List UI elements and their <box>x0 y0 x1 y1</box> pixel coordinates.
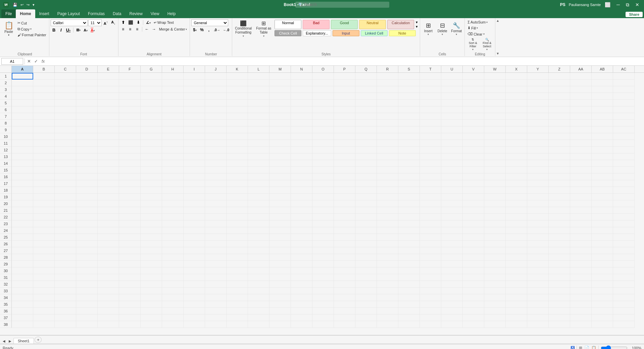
cell-M14[interactable] <box>269 160 291 167</box>
cell-K7[interactable] <box>227 113 248 120</box>
cell-AC34[interactable] <box>613 294 635 301</box>
cell-C7[interactable] <box>55 113 76 120</box>
tab-insert[interactable]: Insert <box>35 9 53 18</box>
cell-K36[interactable] <box>227 308 248 314</box>
cell-O34[interactable] <box>312 294 334 301</box>
row-number-6[interactable]: 6 <box>0 106 12 113</box>
cell-Z2[interactable] <box>549 80 570 86</box>
cell-U13[interactable] <box>441 153 463 160</box>
cell-U26[interactable] <box>441 241 463 247</box>
cell-I16[interactable] <box>184 173 205 180</box>
cell-C32[interactable] <box>55 281 76 288</box>
cell-C31[interactable] <box>55 274 76 281</box>
cell-O1[interactable] <box>312 73 334 80</box>
cell-B15[interactable] <box>33 167 55 173</box>
cell-B14[interactable] <box>33 160 55 167</box>
cell-Y32[interactable] <box>527 281 549 288</box>
cell-D33[interactable] <box>76 288 98 294</box>
cell-R1[interactable] <box>377 73 398 80</box>
cell-F19[interactable] <box>119 194 141 200</box>
cell-E28[interactable] <box>98 254 119 261</box>
cell-W16[interactable] <box>484 173 506 180</box>
cell-I10[interactable] <box>184 133 205 140</box>
cell-AB23[interactable] <box>592 220 613 227</box>
cell-I19[interactable] <box>184 194 205 200</box>
cell-AB7[interactable] <box>592 113 613 120</box>
cell-S21[interactable] <box>398 207 420 214</box>
cell-F25[interactable] <box>119 234 141 241</box>
cell-F4[interactable] <box>119 93 141 100</box>
cell-O28[interactable] <box>312 254 334 261</box>
tab-home[interactable]: Home <box>16 9 35 18</box>
cell-A25[interactable] <box>12 234 33 241</box>
cell-K37[interactable] <box>227 314 248 321</box>
cell-M30[interactable] <box>269 267 291 274</box>
cell-W13[interactable] <box>484 153 506 160</box>
cell-AB32[interactable] <box>592 281 613 288</box>
style-input[interactable]: Input <box>333 30 359 36</box>
cell-H17[interactable] <box>162 180 184 187</box>
fill-color-button[interactable]: A▾ <box>82 27 89 33</box>
cell-F27[interactable] <box>119 247 141 254</box>
cell-A32[interactable] <box>12 281 33 288</box>
cell-E13[interactable] <box>98 153 119 160</box>
cell-AB22[interactable] <box>592 214 613 220</box>
cell-I20[interactable] <box>184 200 205 207</box>
cell-E27[interactable] <box>98 247 119 254</box>
cell-W20[interactable] <box>484 200 506 207</box>
cell-M21[interactable] <box>269 207 291 214</box>
cell-V28[interactable] <box>463 254 484 261</box>
cell-AC21[interactable] <box>613 207 635 214</box>
cell-E12[interactable] <box>98 147 119 153</box>
cell-R3[interactable] <box>377 86 398 93</box>
cell-P20[interactable] <box>334 200 355 207</box>
cell-O29[interactable] <box>312 261 334 267</box>
cell-P16[interactable] <box>334 173 355 180</box>
cell-Q25[interactable] <box>355 234 377 241</box>
cell-U31[interactable] <box>441 274 463 281</box>
cell-R22[interactable] <box>377 214 398 220</box>
cell-C1[interactable] <box>55 73 76 80</box>
cell-E5[interactable] <box>98 100 119 106</box>
cell-U1[interactable] <box>441 73 463 80</box>
cell-U11[interactable] <box>441 140 463 147</box>
cell-T21[interactable] <box>420 207 441 214</box>
cell-L22[interactable] <box>248 214 269 220</box>
cell-K19[interactable] <box>227 194 248 200</box>
cell-X30[interactable] <box>506 267 527 274</box>
cell-R5[interactable] <box>377 100 398 106</box>
cell-S16[interactable] <box>398 173 420 180</box>
cell-F23[interactable] <box>119 220 141 227</box>
cell-O7[interactable] <box>312 113 334 120</box>
cell-G17[interactable] <box>141 180 162 187</box>
cell-V14[interactable] <box>463 160 484 167</box>
cell-V2[interactable] <box>463 80 484 86</box>
cell-B27[interactable] <box>33 247 55 254</box>
cell-J12[interactable] <box>205 147 227 153</box>
cell-O8[interactable] <box>312 120 334 127</box>
cell-N8[interactable] <box>291 120 312 127</box>
cell-W14[interactable] <box>484 160 506 167</box>
cell-O6[interactable] <box>312 106 334 113</box>
cell-K20[interactable] <box>227 200 248 207</box>
cell-D12[interactable] <box>76 147 98 153</box>
cell-J1[interactable] <box>205 73 227 80</box>
cell-E2[interactable] <box>98 80 119 86</box>
cell-F5[interactable] <box>119 100 141 106</box>
cell-H22[interactable] <box>162 214 184 220</box>
cell-N26[interactable] <box>291 241 312 247</box>
cell-N15[interactable] <box>291 167 312 173</box>
cell-F6[interactable] <box>119 106 141 113</box>
cell-W1[interactable] <box>484 73 506 80</box>
cell-H1[interactable] <box>162 73 184 80</box>
cell-P3[interactable] <box>334 86 355 93</box>
cell-M28[interactable] <box>269 254 291 261</box>
cell-AB20[interactable] <box>592 200 613 207</box>
cell-N7[interactable] <box>291 113 312 120</box>
row-number-28[interactable]: 28 <box>0 254 12 261</box>
cell-P10[interactable] <box>334 133 355 140</box>
cell-D14[interactable] <box>76 160 98 167</box>
cell-R28[interactable] <box>377 254 398 261</box>
style-calculation[interactable]: Calculation <box>387 20 414 29</box>
cell-E35[interactable] <box>98 301 119 308</box>
